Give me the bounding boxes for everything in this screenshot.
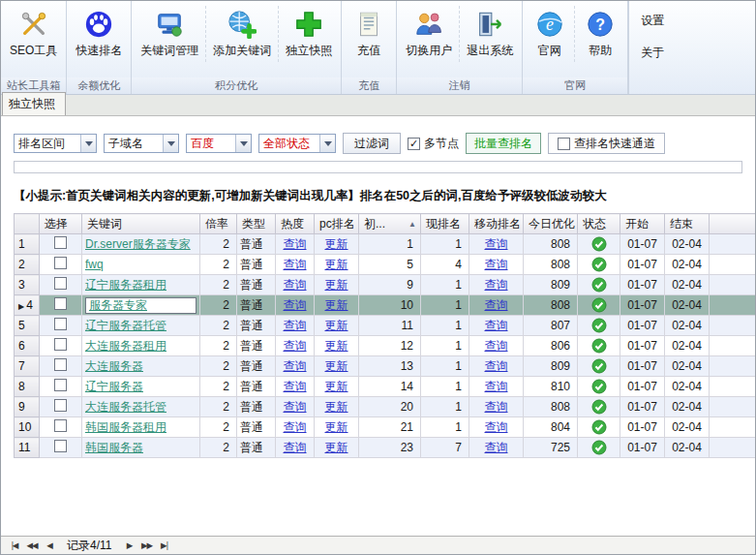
keyword-inline-editor[interactable]: 服务器专家 xyxy=(85,297,197,314)
keyword-link[interactable]: 辽宁服务器 xyxy=(85,380,143,393)
heat-query-link[interactable]: 查询 xyxy=(284,258,307,271)
column-header-状态[interactable]: 状态 xyxy=(578,214,620,234)
filter-select-3[interactable]: 全部状态 xyxy=(258,134,336,153)
pc-update-link[interactable]: 更新 xyxy=(325,278,348,292)
fast-channel-checkbox[interactable]: 查排名快速通道 xyxy=(548,133,665,154)
row-checkbox[interactable] xyxy=(54,379,67,391)
column-header-初...[interactable]: 初...▲ xyxy=(359,214,421,234)
row-checkbox[interactable] xyxy=(54,338,67,351)
checkbox-icon[interactable]: ✓ xyxy=(408,138,420,150)
table-row[interactable]: ▶4服务器专家2普通查询更新101查询80801-0702-04 xyxy=(15,295,756,316)
mobile-query-link[interactable]: 查询 xyxy=(485,339,508,353)
ribbon-button-help[interactable]: ?帮助 xyxy=(575,6,625,62)
heat-query-link[interactable]: 查询 xyxy=(284,278,307,292)
mobile-query-link[interactable]: 查询 xyxy=(485,380,508,393)
column-header-倍率[interactable]: 倍率 xyxy=(200,214,237,234)
mobile-query-link[interactable]: 查询 xyxy=(485,298,508,312)
row-checkbox[interactable] xyxy=(54,399,67,412)
keyword-link[interactable]: 大连服务器 xyxy=(85,359,143,373)
keyword-link[interactable]: 辽宁服务器托管 xyxy=(85,319,166,332)
heat-query-link[interactable]: 查询 xyxy=(284,339,307,353)
pc-update-link[interactable]: 更新 xyxy=(325,298,348,312)
pc-update-link[interactable]: 更新 xyxy=(325,359,348,373)
record-nav-left-2[interactable]: ◀ xyxy=(41,539,58,553)
heat-query-link[interactable]: 查询 xyxy=(284,380,307,393)
pc-update-link[interactable]: 更新 xyxy=(325,420,348,434)
mobile-query-link[interactable]: 查询 xyxy=(485,319,508,332)
heat-query-link[interactable]: 查询 xyxy=(284,319,307,332)
table-row[interactable]: 3辽宁服务器租用2普通查询更新91查询80901-0702-04 xyxy=(15,275,756,295)
column-header-选择[interactable]: 选择 xyxy=(40,214,82,234)
keyword-link[interactable]: 韩国服务器租用 xyxy=(85,420,166,434)
heat-query-link[interactable]: 查询 xyxy=(284,298,307,312)
column-header-结束[interactable]: 结束 xyxy=(665,214,710,234)
column-header-开始[interactable]: 开始 xyxy=(620,214,665,234)
column-header-类型[interactable]: 类型 xyxy=(237,214,276,234)
row-checkbox[interactable] xyxy=(54,419,67,432)
filter-words-button[interactable]: 过滤词 xyxy=(343,133,401,154)
pc-update-link[interactable]: 更新 xyxy=(325,237,348,251)
column-header-关键词[interactable]: 关键词 xyxy=(82,214,200,234)
pc-update-link[interactable]: 更新 xyxy=(325,339,348,353)
row-checkbox[interactable] xyxy=(54,358,67,371)
table-row[interactable]: 8辽宁服务器2普通查询更新141查询81001-0702-04 xyxy=(15,377,756,397)
mobile-query-link[interactable]: 查询 xyxy=(485,237,508,251)
pc-update-link[interactable]: 更新 xyxy=(325,441,348,454)
keyword-link[interactable]: 辽宁服务器租用 xyxy=(85,278,166,292)
keyword-link[interactable]: 大连服务器租用 xyxy=(85,339,166,353)
record-nav-right-1[interactable]: ▶▶ xyxy=(137,539,155,553)
table-row[interactable]: 11韩国服务器2普通查询更新237查询72501-0702-04 xyxy=(15,438,756,458)
ribbon-button-switch-user[interactable]: 切换用户 xyxy=(399,6,460,62)
corner-link[interactable]: 关于 xyxy=(641,45,664,61)
column-header-今日优化[interactable]: 今日优化 xyxy=(524,214,578,234)
heat-query-link[interactable]: 查询 xyxy=(284,400,307,414)
pc-update-link[interactable]: 更新 xyxy=(325,319,348,332)
heat-query-link[interactable]: 查询 xyxy=(284,359,307,373)
column-header-热度[interactable]: 热度 xyxy=(276,214,315,234)
filter-select-0[interactable]: 排名区间 xyxy=(14,134,97,153)
mobile-query-link[interactable]: 查询 xyxy=(485,400,508,414)
mobile-query-link[interactable]: 查询 xyxy=(485,359,508,373)
mobile-query-link[interactable]: 查询 xyxy=(485,278,508,292)
heat-query-link[interactable]: 查询 xyxy=(284,441,307,454)
column-header-pc排名[interactable]: pc排名 xyxy=(315,214,359,234)
tab-standalone-snapshot[interactable]: 独立快照 xyxy=(2,92,66,115)
record-nav-left-1[interactable]: ◀◀ xyxy=(23,539,41,553)
pc-update-link[interactable]: 更新 xyxy=(325,258,348,271)
row-checkbox[interactable] xyxy=(54,318,67,330)
table-row[interactable]: 10韩国服务器租用2普通查询更新211查询80401-0702-04 xyxy=(15,417,756,438)
mobile-query-link[interactable]: 查询 xyxy=(485,441,508,454)
keyword-link[interactable]: fwq xyxy=(85,258,104,271)
table-row[interactable]: 5辽宁服务器托管2普通查询更新111查询80701-0702-04 xyxy=(15,316,756,336)
corner-link[interactable]: 设置 xyxy=(641,13,664,29)
filter-select-2[interactable]: 百度 xyxy=(186,134,252,153)
ribbon-button-keyword-manage[interactable]: 关键词管理 xyxy=(134,6,206,62)
table-row[interactable]: 7大连服务器2普通查询更新131查询80901-0702-04 xyxy=(15,356,756,377)
multi-node-checkbox[interactable]: ✓ 多节点 xyxy=(408,136,459,152)
table-row[interactable]: 1Dr.server服务器专家2普通查询更新11查询80801-0702-04 xyxy=(15,234,756,255)
keyword-link[interactable]: 韩国服务器 xyxy=(85,441,143,454)
ribbon-button-recharge-doc[interactable]: 充值 xyxy=(344,6,394,62)
row-checkbox[interactable] xyxy=(54,440,67,452)
keyword-link[interactable]: Dr.server服务器专家 xyxy=(85,237,191,251)
filter-select-1[interactable]: 子域名 xyxy=(104,134,179,153)
mobile-query-link[interactable]: 查询 xyxy=(485,258,508,271)
pc-update-link[interactable]: 更新 xyxy=(325,380,348,393)
table-row[interactable]: 2fwq2普通查询更新54查询80801-0702-04 xyxy=(15,255,756,275)
batch-rank-check-button[interactable]: 批量查排名 xyxy=(466,133,541,154)
row-checkbox[interactable] xyxy=(54,277,67,290)
checkbox-icon[interactable] xyxy=(558,138,570,150)
record-nav-left-0[interactable]: |◀ xyxy=(6,539,23,553)
row-checkbox[interactable] xyxy=(54,297,67,310)
record-nav-right-2[interactable]: ▶| xyxy=(155,539,172,553)
column-header-移动排名[interactable]: 移动排名 xyxy=(469,214,524,234)
keyword-link[interactable]: 大连服务器托管 xyxy=(85,400,166,414)
row-checkbox[interactable] xyxy=(54,236,67,249)
record-nav-right-0[interactable]: ▶ xyxy=(120,539,137,553)
mobile-query-link[interactable]: 查询 xyxy=(485,420,508,434)
heat-query-link[interactable]: 查询 xyxy=(284,237,307,251)
ribbon-button-seo-tools[interactable]: SEO工具 xyxy=(3,6,64,62)
ribbon-button-snapshot-plus[interactable]: 独立快照 xyxy=(279,6,339,62)
ribbon-button-baidu-paw[interactable]: 快速排名 xyxy=(69,6,129,62)
ribbon-button-add-keyword[interactable]: 添加关键词 xyxy=(206,6,279,62)
